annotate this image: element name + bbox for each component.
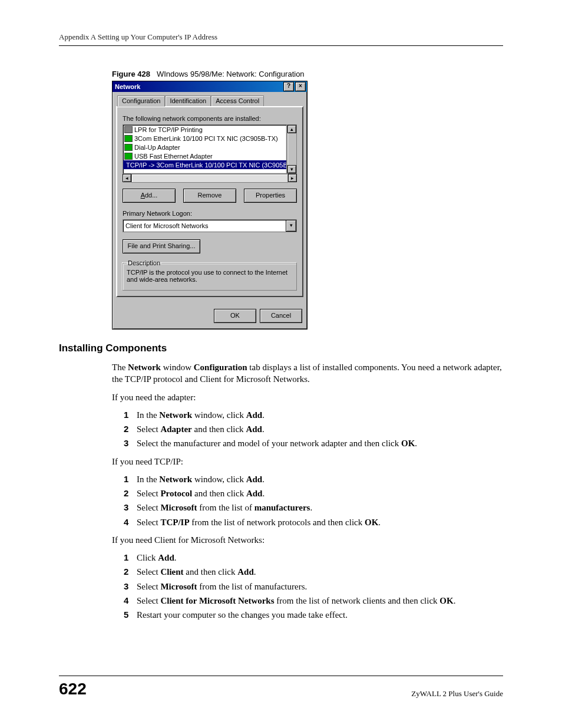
- components-listbox[interactable]: LPR for TCP/IP Printing 3Com EtherLink 1…: [123, 124, 287, 174]
- step-text: Restart your computer so the changes you…: [137, 609, 348, 621]
- step-number: 4: [124, 595, 137, 607]
- properties-button[interactable]: Properties: [244, 189, 297, 203]
- logon-label: Primary Network Logon:: [123, 210, 297, 217]
- scroll-left-icon[interactable]: ◂: [123, 174, 131, 182]
- step-number: 1: [124, 409, 137, 421]
- chevron-down-icon[interactable]: ▾: [286, 220, 296, 232]
- figure-number: Figure 428: [112, 70, 150, 78]
- running-header: Appendix A Setting up Your Computer's IP…: [59, 32, 503, 46]
- close-button[interactable]: ×: [295, 82, 306, 91]
- step-item: 3Select Microsoft from the list of manuf…: [124, 581, 503, 592]
- step-text: Select Protocol and then click Add.: [137, 487, 265, 499]
- step-number: 1: [124, 552, 137, 564]
- tab-strip: Configuration Identification Access Cont…: [116, 95, 303, 106]
- dialog-title: Network: [114, 83, 282, 90]
- adapter-steps: 1In the Network window, click Add.2Selec…: [124, 409, 503, 450]
- step-text: Select Adapter and then click Add.: [137, 423, 265, 435]
- section-heading: Installing Components: [59, 342, 503, 354]
- description-text: TCP/IP is the protocol you use to connec…: [127, 269, 293, 283]
- remove-button[interactable]: Remove: [183, 189, 236, 203]
- intro-paragraph: The Network window Configuration tab dis…: [112, 361, 503, 386]
- figure-title: WIndows 95/98/Me: Network: Configuration: [157, 70, 305, 78]
- description-legend: Description: [127, 259, 161, 266]
- step-text: Select Microsoft from the list of manufa…: [137, 581, 307, 592]
- step-text: In the Network window, click Add.: [137, 409, 265, 421]
- step-item: 5Restart your computer so the changes yo…: [124, 609, 503, 621]
- book-title: ZyWALL 2 Plus User's Guide: [411, 689, 503, 699]
- step-text: Click Add.: [137, 552, 177, 564]
- add-button[interactable]: Add...: [123, 189, 176, 203]
- step-item: 4Select TCP/IP from the list of network …: [124, 516, 503, 528]
- step-item: 4Select Client for Microsoft Networks fr…: [124, 595, 503, 607]
- adapter-icon: [124, 135, 133, 142]
- description-group: Description TCP/IP is the protocol you u…: [123, 259, 297, 291]
- tab-configuration[interactable]: Configuration: [117, 95, 165, 107]
- step-number: 3: [124, 437, 137, 449]
- list-item[interactable]: USB Fast Ethernet Adapter: [123, 151, 286, 160]
- page-footer: 622 ZyWALL 2 Plus User's Guide: [59, 676, 503, 699]
- need-client-label: If you need Client for Microsoft Network…: [112, 534, 503, 546]
- step-text: In the Network window, click Add.: [137, 473, 265, 485]
- list-item[interactable]: 3Com EtherLink 10/100 PCI TX NIC (3C905B…: [123, 134, 286, 143]
- tcpip-steps: 1In the Network window, click Add.2Selec…: [124, 473, 503, 528]
- step-number: 4: [124, 516, 137, 528]
- page-number: 622: [59, 680, 87, 699]
- step-number: 3: [124, 502, 137, 513]
- scroll-track[interactable]: [131, 174, 288, 183]
- scroll-down-icon[interactable]: ▾: [287, 165, 296, 173]
- scroll-up-icon[interactable]: ▴: [287, 125, 296, 133]
- step-item: 3Select the manufacturer and model of yo…: [124, 437, 503, 449]
- logon-value: Client for Microsoft Networks: [123, 222, 286, 229]
- need-adapter-label: If you need the adapter:: [112, 391, 503, 403]
- components-label: The following network components are ins…: [123, 115, 297, 122]
- file-print-sharing-button[interactable]: File and Print Sharing...: [123, 239, 200, 253]
- figure-caption: Figure 428 WIndows 95/98/Me: Network: Co…: [112, 70, 503, 78]
- adapter-icon: [124, 144, 133, 151]
- network-dialog: Network ? × Configuration Identification…: [112, 81, 308, 330]
- horizontal-scrollbar[interactable]: ◂ ▸: [123, 174, 297, 183]
- step-text: Select the manufacturer and model of you…: [137, 437, 417, 449]
- step-item: 1In the Network window, click Add.: [124, 409, 503, 421]
- list-item-selected[interactable]: TCP/IP -> 3Com EtherLink 10/100 PCI TX N…: [123, 160, 286, 169]
- body-text: The Network window Configuration tab dis…: [59, 361, 503, 621]
- step-item: 2Select Adapter and then click Add.: [124, 423, 503, 435]
- step-number: 1: [124, 473, 137, 485]
- step-text: Select TCP/IP from the list of network p…: [137, 516, 381, 528]
- list-item[interactable]: LPR for TCP/IP Printing: [123, 125, 286, 134]
- client-steps: 1Click Add.2Select Client and then click…: [124, 552, 503, 621]
- step-text: Select Microsoft from the list of manufa…: [137, 502, 312, 513]
- tab-access-control[interactable]: Access Control: [211, 95, 264, 106]
- help-button[interactable]: ?: [283, 82, 294, 91]
- step-number: 2: [124, 566, 137, 578]
- cancel-button[interactable]: Cancel: [260, 309, 302, 323]
- titlebar[interactable]: Network ? ×: [113, 81, 307, 92]
- printer-icon: [124, 126, 133, 133]
- step-item: 2Select Protocol and then click Add.: [124, 487, 503, 499]
- step-text: Select Client and then click Add.: [137, 566, 256, 578]
- step-text: Select Client for Microsoft Networks fro…: [137, 595, 455, 607]
- ok-button[interactable]: OK: [214, 309, 256, 323]
- tab-identification[interactable]: Identification: [165, 95, 211, 106]
- step-item: 1Click Add.: [124, 552, 503, 564]
- adapter-icon: [124, 153, 133, 160]
- tab-page: The following network components are ins…: [116, 106, 303, 297]
- scroll-right-icon[interactable]: ▸: [288, 174, 297, 182]
- step-number: 5: [124, 609, 137, 621]
- need-tcpip-label: If you need TCP/IP:: [112, 456, 503, 467]
- logon-combo[interactable]: Client for Microsoft Networks ▾: [123, 219, 297, 232]
- step-item: 3Select Microsoft from the list of manuf…: [124, 502, 503, 513]
- step-number: 2: [124, 487, 137, 499]
- step-number: 2: [124, 423, 137, 435]
- step-number: 3: [124, 581, 137, 592]
- step-item: 1In the Network window, click Add.: [124, 473, 503, 485]
- list-item[interactable]: Dial-Up Adapter: [123, 143, 286, 151]
- vertical-scrollbar[interactable]: ▴ ▾: [287, 124, 297, 174]
- step-item: 2Select Client and then click Add.: [124, 566, 503, 578]
